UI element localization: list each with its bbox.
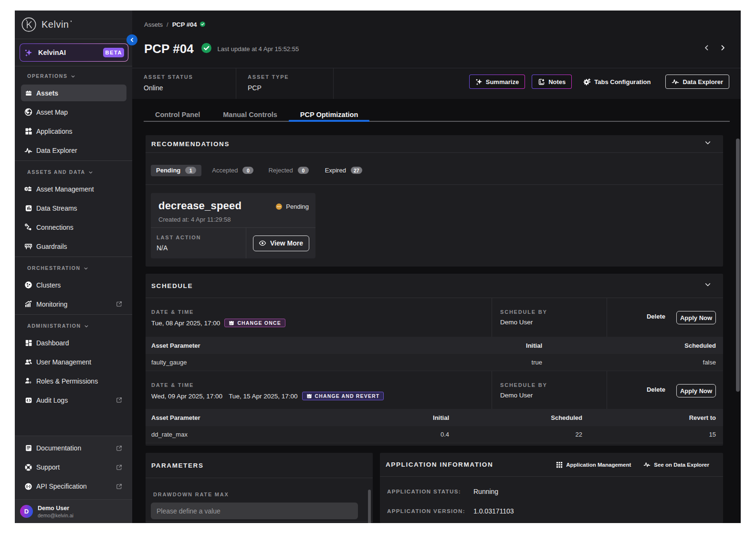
- status-check-icon: [200, 21, 205, 28]
- last-action-value: N/A: [157, 244, 246, 252]
- button-label: Tabs Configuration: [594, 78, 651, 86]
- rejected-count-badge: 0: [298, 167, 309, 174]
- sidebar-item-data-explorer[interactable]: Data Explorer: [21, 142, 126, 159]
- sidebar-item-guardrails[interactable]: Guardrails: [21, 238, 126, 255]
- tab-manual-controls[interactable]: Manual Controls: [211, 107, 289, 122]
- see-on-data-explorer-link[interactable]: See on Data Explorer: [643, 461, 709, 468]
- user-profile[interactable]: D Demo User demo@kelvin.ai: [15, 499, 132, 523]
- section-administration[interactable]: ADMINISTRATION: [15, 315, 132, 334]
- sidebar-item-dashboard[interactable]: Dashboard: [21, 334, 126, 351]
- sidebar-item-documentation[interactable]: Documentation: [21, 440, 126, 456]
- sidebar-item-label: Roles & Permissions: [36, 377, 98, 385]
- application-info-title: APPLICATION INFORMATION: [386, 461, 493, 468]
- recommendations-title: RECOMMENDATIONS: [151, 140, 230, 148]
- delete-button[interactable]: Delete: [647, 313, 665, 320]
- schedule-title: SCHEDULE: [151, 282, 193, 289]
- notes-button[interactable]: Notes: [532, 75, 572, 89]
- filter-label: Expired: [325, 167, 346, 174]
- view-more-button[interactable]: View More: [253, 235, 309, 251]
- filter-pending[interactable]: Pending 1: [151, 165, 201, 176]
- data-explorer-icon: [24, 146, 32, 154]
- chip-label: CHANGE ONCE: [237, 320, 281, 326]
- parameter-input[interactable]: [151, 503, 358, 519]
- table-header-cell: Asset Parameter: [151, 414, 200, 421]
- section-orchestration[interactable]: ORCHESTRATION: [15, 257, 132, 277]
- parameters-panel: PARAMETERS DRAWDOWN RATE MAX: [146, 453, 373, 523]
- sidebar-item-label: Asset Management: [36, 185, 94, 193]
- brand-logo[interactable]: Kelvin: [15, 11, 132, 39]
- collapse-section-button[interactable]: [704, 139, 711, 148]
- change-once-chip: CHANGE ONCE: [224, 319, 285, 327]
- panel-scrollbar[interactable]: [368, 490, 371, 523]
- section-operations[interactable]: OPERATIONS: [15, 66, 132, 85]
- sidebar-item-monitoring[interactable]: Monitoring: [21, 296, 126, 312]
- beta-badge: BETA: [103, 48, 124, 57]
- filter-label: Pending: [156, 167, 180, 174]
- data-explorer-button[interactable]: Data Explorer: [665, 75, 729, 89]
- chevron-down-icon: [704, 281, 711, 288]
- notes-icon: [538, 78, 545, 86]
- sidebar-item-api-specification[interactable]: API Specification: [21, 478, 126, 494]
- gear-icon: [583, 78, 591, 86]
- summarize-button[interactable]: Summarize: [469, 75, 525, 89]
- section-label: ORCHESTRATION: [27, 264, 81, 272]
- sidebar-item-kelvinai[interactable]: KelvinAI BETA: [20, 43, 128, 62]
- chevron-down-icon: [71, 74, 75, 79]
- schedule-row: DATE & TIME Wed, 09 Apr 2025, 17:00 Tue,…: [146, 371, 723, 409]
- tab-pcp-optimization[interactable]: PCP Optimization: [289, 107, 369, 122]
- sidebar-item-roles-permissions[interactable]: Roles & Permissions: [21, 373, 126, 389]
- link-label: Application Management: [566, 462, 631, 468]
- sidebar-collapse-button[interactable]: [126, 34, 137, 45]
- monitoring-icon: [24, 300, 32, 308]
- sidebar-item-assets[interactable]: Assets: [21, 85, 126, 101]
- documentation-icon: [24, 444, 32, 452]
- sidebar-item-support[interactable]: Support: [21, 459, 126, 475]
- assets-icon: [24, 89, 32, 97]
- application-management-link[interactable]: Application Management: [556, 461, 631, 468]
- scrollbar-thumb[interactable]: [736, 139, 740, 392]
- table-header-cell: Initial: [526, 342, 542, 349]
- external-link-icon: [116, 445, 123, 453]
- filter-label: Accepted: [212, 167, 238, 174]
- delete-button[interactable]: Delete: [647, 386, 665, 393]
- clusters-icon: [24, 281, 32, 289]
- collapse-section-button[interactable]: [704, 281, 711, 290]
- recommendation-status: Pending: [286, 203, 309, 210]
- table-cell: false: [703, 359, 716, 366]
- sidebar-item-connections[interactable]: Connections: [21, 219, 126, 235]
- chevron-left-icon: [129, 37, 135, 43]
- recommendation-card[interactable]: decrease_speed Pending Created at: 4 Apr…: [151, 193, 315, 258]
- sidebar-nav: OPERATIONS Assets Asset Map Applicati: [15, 66, 132, 436]
- filter-label: Rejected: [268, 167, 293, 174]
- pulse-icon: [672, 78, 679, 86]
- section-assets-and-data[interactable]: ASSETS AND DATA: [15, 161, 132, 181]
- apply-now-button[interactable]: Apply Now: [676, 311, 716, 324]
- apply-now-button[interactable]: Apply Now: [676, 384, 716, 397]
- sidebar-item-label: Clusters: [36, 281, 61, 289]
- filter-rejected[interactable]: Rejected 0: [268, 165, 308, 176]
- filter-expired[interactable]: Expired 27: [325, 165, 362, 176]
- guardrails-icon: [24, 242, 32, 250]
- sidebar-item-asset-map[interactable]: Asset Map: [21, 104, 126, 120]
- roles-permissions-icon: [24, 377, 32, 385]
- prev-asset-button[interactable]: [704, 44, 710, 51]
- asset-type-value: PCP: [248, 84, 333, 92]
- tabs-configuration-button[interactable]: Tabs Configuration: [578, 75, 656, 89]
- user-management-icon: [24, 358, 32, 366]
- sidebar-item-data-streams[interactable]: Data Streams: [21, 200, 126, 216]
- sidebar-item-asset-management[interactable]: Asset Management: [21, 181, 126, 197]
- schedule-datetime: Tue, 08 Apr 2025, 17:00: [151, 320, 220, 327]
- next-asset-button[interactable]: [720, 44, 726, 51]
- sidebar-item-applications[interactable]: Applications: [21, 123, 126, 139]
- sidebar-item-audit-logs[interactable]: Audit Logs: [21, 392, 126, 408]
- sidebar-item-clusters[interactable]: Clusters: [21, 277, 126, 293]
- asset-status-label: ASSET STATUS: [144, 74, 236, 80]
- recommendation-created: Created at: 4 Apr 11:29:58: [158, 216, 309, 223]
- sidebar-item-label: Support: [36, 463, 60, 471]
- tab-control-panel[interactable]: Control Panel: [144, 107, 211, 122]
- breadcrumb-assets[interactable]: Assets: [144, 21, 163, 28]
- sidebar-item-user-management[interactable]: User Management: [21, 353, 126, 370]
- filter-accepted[interactable]: Accepted 0: [212, 165, 253, 176]
- main-area: Assets / PCP #04 PCP #04 Last update at …: [132, 11, 741, 523]
- sidebar-item-label: Connections: [36, 224, 74, 231]
